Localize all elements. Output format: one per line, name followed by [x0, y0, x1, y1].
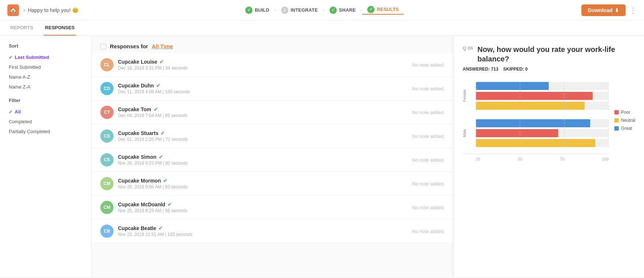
verified-icon: ✔: [153, 106, 158, 112]
results-check-icon: ✓: [367, 6, 375, 13]
response-list: CL Cupcake Louise ✔ Dec 18, 2019 5:31 PM…: [92, 53, 454, 243]
breadcrumb-title: Happy to help you! 😊: [28, 7, 78, 13]
response-note: No note added.: [412, 86, 445, 91]
check-icon: ✓: [9, 109, 12, 114]
skipped-label: SKIPPED:: [503, 67, 524, 72]
response-item[interactable]: CD Cupcake Duhn ✔ Dec 11, 2019 4:08 AM |…: [92, 77, 454, 101]
response-name: Cupcake Duhn ✔: [118, 83, 412, 89]
bar-fill-great: [476, 82, 549, 90]
response-info: Cupcake Simon ✔ Nov 28, 2019 9:23 PM | 9…: [118, 154, 412, 166]
avatar: CT: [100, 106, 114, 119]
avatar: CD: [100, 82, 114, 95]
sidebar-item-label: First Submitted: [9, 64, 41, 70]
avatar: CM: [100, 201, 114, 214]
select-all-checkbox[interactable]: [100, 44, 106, 49]
response-meta: Dec 11, 2019 4:08 AM | 100 seconds: [118, 89, 412, 94]
legend-item-neutral: Neutral: [614, 118, 635, 123]
more-options-button[interactable]: ⋮: [629, 6, 637, 15]
response-meta: Dec 01, 2019 2:20 PM | 72 seconds: [118, 137, 412, 142]
bar-background: [476, 119, 608, 127]
chart-panel: Q 06 Now, how would you rate your work-l…: [454, 36, 644, 277]
chart-group-male: Male: [463, 116, 608, 147]
chart-group-female: Female: [463, 79, 608, 110]
response-item[interactable]: CL Cupcake Louise ✔ Dec 18, 2019 5:31 PM…: [92, 53, 454, 77]
response-item[interactable]: CT Cupcake Tom ✔ Dec 04, 2019 7:04 AM | …: [92, 101, 454, 124]
pipeline: ✓ BUILD › 2 INTEGRATE › ✓ SHARE › ✓ RESU…: [240, 6, 404, 15]
response-name: Cupcake Tom ✔: [118, 106, 412, 112]
response-info: Cupcake Duhn ✔ Dec 11, 2019 4:08 AM | 10…: [118, 83, 412, 94]
x-axis: 25 50 75 100: [463, 154, 608, 161]
sidebar-item-partially-completed[interactable]: Partially Completed: [9, 127, 82, 136]
response-note: No note added.: [412, 229, 445, 234]
bars-group: [476, 82, 608, 110]
main-layout: Sort ✓ Last Submitted First Submitted Na…: [0, 36, 644, 277]
legend-label: Neutral: [621, 118, 635, 123]
sub-tabs: REPORTS RESPONSES: [0, 20, 644, 36]
breadcrumb: > Happy to help you! 😊: [23, 7, 78, 13]
responses-header-prefix: Responses for: [110, 43, 148, 49]
response-item[interactable]: CS Cupcake Stuarts ✔ Dec 01, 2019 2:20 P…: [92, 124, 454, 148]
response-meta: Nov 23, 2019 11:51 AM | 103 seconds: [118, 232, 412, 237]
sidebar-item-all[interactable]: ✓ All: [9, 107, 82, 117]
response-note: No note added.: [412, 157, 445, 163]
question-title: Now, how would you rate your work-life b…: [477, 45, 635, 64]
x-label-75: 75: [560, 157, 564, 161]
bar-fill-neutral: [476, 139, 595, 147]
pipeline-step-share[interactable]: ✓ SHARE: [324, 7, 361, 14]
response-item[interactable]: CS Cupcake Simon ✔ Nov 28, 2019 9:23 PM …: [92, 148, 454, 172]
sidebar-item-label: Name Z-A: [9, 84, 30, 90]
response-name: Cupcake Louise ✔: [118, 59, 412, 65]
question-stats: ANSWERED: 713 SKIPPED: 0: [463, 67, 635, 72]
tab-reports[interactable]: REPORTS: [9, 20, 35, 35]
pipeline-step-build[interactable]: ✓ BUILD: [240, 7, 274, 14]
skipped-value: 0: [525, 67, 528, 72]
response-info: Cupcake McDoanld ✔ Nov 25, 2019 8:25 AM …: [118, 202, 412, 213]
pipeline-step-integrate[interactable]: 2 INTEGRATE: [276, 7, 323, 14]
chart-legend: Poor Neutral Great: [614, 79, 635, 161]
response-item[interactable]: CM Cupcake Mormon ✔ Nov 28, 2019 9:06 AM…: [92, 172, 454, 196]
legend-item-great: Great: [614, 126, 635, 131]
sidebar-item-name-za[interactable]: Name Z-A: [9, 82, 82, 92]
top-nav: 🏠 > Happy to help you! 😊 ✓ BUILD › 2 INT…: [0, 0, 644, 20]
sidebar-item-completed[interactable]: Completed: [9, 117, 82, 127]
response-name: Cupcake Stuarts ✔: [118, 130, 412, 136]
bar-row: [476, 139, 608, 147]
download-icon: ⬇: [615, 7, 619, 13]
sort-title: Sort: [9, 43, 82, 49]
bar-fill-great: [476, 119, 590, 127]
sidebar: Sort ✓ Last Submitted First Submitted Na…: [0, 36, 92, 277]
response-note: No note added.: [412, 110, 445, 115]
time-filter-link[interactable]: All Time: [152, 43, 173, 49]
tab-responses[interactable]: RESPONSES: [44, 20, 76, 35]
response-name: Cupcake McDoanld ✔: [118, 202, 412, 207]
bar-fill-poor: [476, 92, 593, 100]
responses-header: Responses for All Time: [92, 36, 454, 53]
verified-icon: ✔: [160, 130, 165, 136]
sidebar-item-name-az[interactable]: Name A-Z: [9, 72, 82, 82]
bar-background: [476, 82, 608, 90]
verified-icon: ✔: [158, 225, 163, 231]
bars-group: [476, 119, 608, 147]
download-button[interactable]: Download ⬇: [581, 4, 626, 16]
response-info: Cupcake Mormon ✔ Nov 28, 2019 9:06 AM | …: [118, 178, 412, 189]
sidebar-item-label: Completed: [9, 119, 32, 124]
avatar: CS: [100, 153, 114, 166]
verified-icon: ✔: [159, 154, 163, 160]
response-info: Cupcake Tom ✔ Dec 04, 2019 7:04 AM | 85 …: [118, 106, 412, 118]
responses-content: Responses for All Time CL Cupcake Louise…: [92, 36, 454, 277]
response-note: No note added.: [412, 62, 445, 68]
pipeline-step-results[interactable]: ✓ RESULTS: [362, 6, 404, 15]
bar-row: [476, 92, 608, 100]
avatar: CB: [100, 225, 114, 238]
verified-icon: ✔: [167, 202, 172, 207]
sidebar-item-first-submitted[interactable]: First Submitted: [9, 62, 82, 72]
legend-dot: [614, 118, 619, 123]
sidebar-item-last-submitted[interactable]: ✓ Last Submitted: [9, 52, 82, 62]
breadcrumb-chevron: >: [23, 7, 26, 13]
brand-icon: 🏠: [7, 4, 19, 16]
response-item[interactable]: CB Cupcake Beatle ✔ Nov 23, 2019 11:51 A…: [92, 219, 454, 243]
x-label-50: 50: [518, 157, 522, 161]
verified-icon: ✔: [159, 59, 164, 65]
response-item[interactable]: CM Cupcake McDoanld ✔ Nov 25, 2019 8:25 …: [92, 196, 454, 219]
sidebar-item-label: Name A-Z: [9, 74, 30, 80]
